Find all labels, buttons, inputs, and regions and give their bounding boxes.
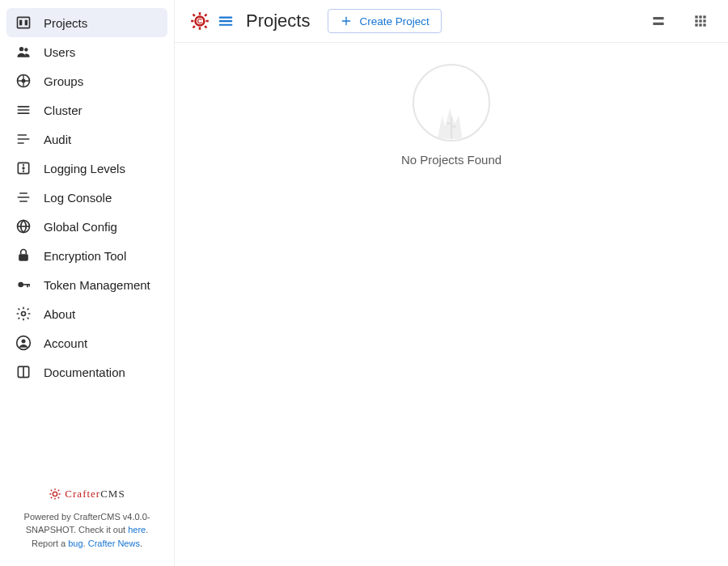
sidebar-item-account[interactable]: Account [6,328,167,357]
sidebar-item-label: Log Console [44,191,112,205]
svg-rect-41 [695,15,697,18]
hamburger-icon[interactable] [217,12,235,30]
empty-state-illustration [413,64,490,142]
sidebar-item-projects[interactable]: Projects [6,8,167,37]
topbar-logo-group: C [189,11,235,32]
sidebar: Projects Users Groups Cluster Audit [0,0,175,566]
sidebar-item-label: Account [44,336,87,350]
sidebar-item-label: Encryption Tool [44,249,126,263]
svg-rect-23 [23,284,29,285]
svg-rect-47 [695,23,697,26]
sidebar-item-label: Logging Levels [44,162,125,175]
grid-view-button[interactable] [688,8,713,34]
svg-rect-48 [699,23,701,26]
svg-rect-36 [219,24,233,26]
sidebar-item-logging-levels[interactable]: Logging Levels [6,154,167,183]
lock-icon [15,247,32,264]
footer-link-news[interactable]: Crafter News [88,539,140,548]
brand-text-2: CMS [100,488,125,500]
svg-rect-30 [23,366,24,377]
list-view-icon [650,13,667,29]
svg-rect-8 [18,109,30,111]
svg-rect-2 [25,20,28,26]
sidebar-item-label: Projects [44,16,87,30]
sidebar-item-groups[interactable]: Groups [6,66,167,95]
svg-rect-49 [703,23,705,26]
svg-rect-40 [653,23,663,25]
svg-rect-12 [18,142,24,144]
dashboard-icon [15,14,32,32]
sidebar-item-label: Audit [44,133,71,146]
topbar: C Projects Create Project [175,0,728,43]
sidebar-item-label: About [44,307,75,321]
svg-rect-21 [19,254,28,260]
sidebar-item-about[interactable]: About [6,299,167,328]
svg-rect-1 [19,20,22,26]
svg-rect-46 [703,19,705,22]
svg-rect-45 [699,19,701,22]
sidebar-item-encryption-tool[interactable]: Encryption Tool [6,241,167,270]
svg-rect-44 [695,19,697,22]
brand-gear-icon [49,488,61,501]
svg-rect-43 [703,15,705,18]
svg-point-22 [18,282,23,288]
audit-icon [15,130,32,148]
create-project-label: Create Project [359,15,429,27]
globe-icon [15,218,32,235]
sidebar-item-token-management[interactable]: Token Management [6,270,167,299]
plus-icon [340,15,353,27]
svg-rect-0 [18,17,30,27]
users-icon [15,43,32,61]
gear-icon [15,305,32,323]
svg-rect-25 [29,284,30,286]
brand-text-1: Crafter [65,488,100,500]
create-project-button[interactable]: Create Project [328,9,441,33]
sidebar-item-label: Global Config [44,220,117,234]
svg-rect-7 [18,106,30,108]
svg-rect-19 [19,201,28,202]
svg-rect-17 [19,192,28,194]
svg-point-4 [24,48,28,51]
svg-rect-11 [18,138,30,140]
main: C Projects Create Project No P [175,0,728,566]
account-icon [15,334,32,352]
sidebar-item-label: Documentation [44,365,125,379]
cluster-icon [15,101,32,119]
svg-rect-15 [23,164,24,167]
footer-text: Powered by CrafterCMS v4.0.0-SNAPSHOT. C… [13,510,161,551]
svg-rect-34 [219,17,233,19]
svg-text:C: C [197,17,203,25]
content-area: No Projects Found [175,43,728,566]
svg-point-6 [22,79,26,83]
svg-rect-35 [219,20,233,22]
footer-link-here[interactable]: here [128,525,146,534]
list-view-button[interactable] [645,8,671,34]
sidebar-item-users[interactable]: Users [6,37,167,66]
logging-levels-icon [15,159,32,177]
sidebar-footer: CrafterCMS Powered by CrafterCMS v4.0.0-… [0,476,174,566]
sidebar-item-audit[interactable]: Audit [6,125,167,154]
sidebar-item-cluster[interactable]: Cluster [6,95,167,125]
svg-rect-24 [27,284,28,287]
empty-state-text: No Projects Found [401,153,502,167]
log-console-icon [15,188,32,206]
svg-rect-42 [699,15,701,18]
cactus-icon [414,91,489,140]
grid-view-icon [692,13,709,29]
key-icon [15,276,32,294]
sidebar-item-documentation[interactable]: Documentation [6,357,167,386]
svg-rect-10 [18,134,28,136]
svg-rect-9 [18,112,30,114]
svg-point-3 [19,47,23,51]
book-icon [15,363,32,381]
nav-list: Projects Users Groups Cluster Audit [0,8,174,476]
sidebar-item-label: Token Management [44,278,150,292]
svg-point-28 [22,339,26,343]
groups-icon [15,72,32,90]
svg-rect-16 [23,171,24,173]
sidebar-item-log-console[interactable]: Log Console [6,183,167,212]
svg-point-14 [22,167,24,169]
sidebar-item-label: Groups [44,74,83,88]
footer-link-bug[interactable]: bug [68,539,83,548]
sidebar-item-global-config[interactable]: Global Config [6,212,167,241]
